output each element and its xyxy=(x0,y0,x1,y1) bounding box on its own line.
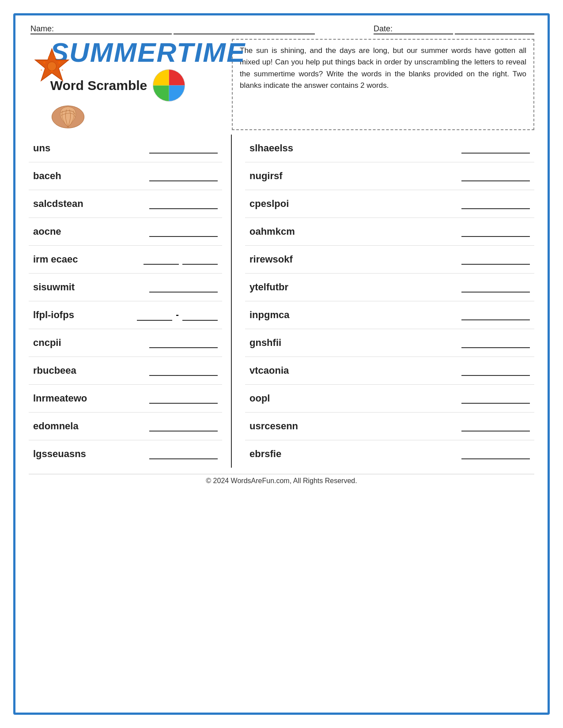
answer-blank[interactable] xyxy=(149,226,218,237)
answer-blank[interactable] xyxy=(461,254,530,265)
list-item: aocne xyxy=(29,218,222,246)
answer-line xyxy=(149,449,218,459)
scrambled-word: irm ecaec xyxy=(33,254,104,265)
images-row xyxy=(50,104,246,130)
description-text: The sun is shining, and the days are lon… xyxy=(240,46,526,90)
list-item: nugirsf xyxy=(245,162,534,190)
answer-blank[interactable] xyxy=(149,421,218,432)
scrambled-word: gnshfii xyxy=(249,337,320,349)
answer-line xyxy=(149,143,218,154)
list-item: lfpl-iofps - xyxy=(29,301,222,329)
list-item: oopl xyxy=(245,385,534,413)
answer-blank[interactable] xyxy=(461,226,530,237)
answer-line xyxy=(149,226,218,237)
scrambled-word: cncpii xyxy=(33,337,104,349)
name-label: Name: xyxy=(30,24,172,34)
starfish-icon xyxy=(33,47,71,84)
answer-blank[interactable] xyxy=(461,171,530,181)
answer-line xyxy=(461,143,530,154)
answer-line xyxy=(461,226,530,237)
answer-line xyxy=(461,365,530,376)
answer-blank-1[interactable] xyxy=(144,254,179,265)
scrambled-word: lgsseuasns xyxy=(33,448,104,460)
footer-text: © 2024 WordsAreFun.com, All Rights Reser… xyxy=(206,477,357,484)
seashell-icon xyxy=(50,104,86,130)
answer-line xyxy=(149,421,218,432)
dash-separator: - xyxy=(176,310,179,320)
answer-blank[interactable] xyxy=(149,199,218,209)
answer-blank[interactable] xyxy=(461,310,530,320)
scrambled-word: inpgmca xyxy=(249,309,320,321)
answer-blank[interactable] xyxy=(461,199,530,209)
answer-blank[interactable] xyxy=(461,143,530,154)
svg-point-3 xyxy=(58,61,60,64)
answer-blank[interactable] xyxy=(149,449,218,459)
answer-blank[interactable] xyxy=(149,282,218,293)
answer-blank-2[interactable] xyxy=(182,310,218,321)
date-line xyxy=(455,24,534,34)
answer-line xyxy=(461,199,530,209)
answer-blank[interactable] xyxy=(461,282,530,293)
svg-point-1 xyxy=(47,62,56,71)
footer: © 2024 WordsAreFun.com, All Rights Reser… xyxy=(29,474,534,485)
answer-blank[interactable] xyxy=(461,365,530,376)
scrambled-word: usrcesenn xyxy=(249,420,320,432)
answer-blank[interactable] xyxy=(149,143,218,154)
answer-line xyxy=(461,310,530,320)
list-item: oahmkcm xyxy=(245,218,534,246)
answer-blank-1[interactable] xyxy=(137,310,172,321)
answer-blank[interactable] xyxy=(149,393,218,404)
left-column: uns baceh salcdstean aocne irm ecaec xyxy=(29,135,232,468)
answer-line xyxy=(149,393,218,404)
scrambled-word: ytelfutbr xyxy=(249,281,320,293)
answer-line xyxy=(149,282,218,293)
scrambled-word: lfpl-iofps xyxy=(33,309,104,321)
answer-blank[interactable] xyxy=(461,338,530,348)
list-item: salcdstean xyxy=(29,190,222,218)
answer-line xyxy=(461,421,530,432)
answer-blank[interactable] xyxy=(461,393,530,404)
scrambled-word: cpeslpoi xyxy=(249,198,320,210)
scrambled-word: oahmkcm xyxy=(249,226,320,237)
scrambled-word: baceh xyxy=(33,170,104,182)
list-item: slhaeelss xyxy=(245,135,534,162)
svg-point-7 xyxy=(41,69,42,71)
scrambled-word: ebrsfie xyxy=(249,448,320,460)
answer-line xyxy=(149,199,218,209)
list-item: inpgmca xyxy=(245,301,534,329)
answer-blank[interactable] xyxy=(149,365,218,376)
svg-point-2 xyxy=(43,61,45,64)
date-field: Date: xyxy=(372,24,534,34)
scrambled-word: rirewsokf xyxy=(249,254,320,265)
svg-point-4 xyxy=(48,56,50,58)
svg-point-5 xyxy=(54,56,56,58)
description-box: The sun is shining, and the days are lon… xyxy=(232,39,534,130)
subtitle-row: Word Scramble xyxy=(50,69,246,102)
answer-blank[interactable] xyxy=(461,449,530,459)
list-item: edomnela xyxy=(29,413,222,440)
list-item: rirewsokf xyxy=(245,246,534,274)
list-item: cpeslpoi xyxy=(245,190,534,218)
list-item: ytelfutbr xyxy=(245,274,534,301)
scrambled-word: salcdstean xyxy=(33,198,104,210)
name-line xyxy=(174,24,315,34)
header-row: Name: Date: xyxy=(29,24,534,34)
answer-line xyxy=(461,338,530,348)
title-area: SUMMERTiME Word Scramble xyxy=(29,39,534,130)
answer-line xyxy=(461,254,530,265)
list-item: vtcaonia xyxy=(245,357,534,385)
answer-blank[interactable] xyxy=(461,421,530,432)
answer-blank-2[interactable] xyxy=(182,254,218,265)
answer-blank[interactable] xyxy=(149,338,218,348)
list-item: baceh xyxy=(29,162,222,190)
scrambled-word: lnrmeatewo xyxy=(33,393,104,404)
list-item: cncpii xyxy=(29,329,222,357)
svg-point-8 xyxy=(62,69,63,71)
answer-line xyxy=(461,449,530,459)
list-item: uns xyxy=(29,135,222,162)
right-column: slhaeelss nugirsf cpeslpoi oahmkcm rirew… xyxy=(232,135,534,468)
list-item: rbucbeea xyxy=(29,357,222,385)
answer-blank[interactable] xyxy=(149,171,218,181)
beach-ball-icon xyxy=(152,69,185,102)
content-area: uns baceh salcdstean aocne irm ecaec xyxy=(29,135,534,468)
